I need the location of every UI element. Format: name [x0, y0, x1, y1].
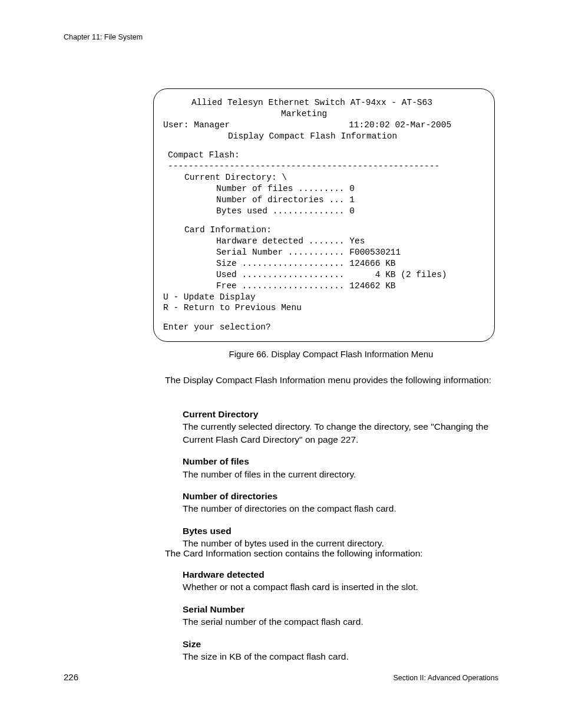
screen-title: Display Compact Flash Information [163, 131, 485, 142]
figure-caption: Figure 66. Display Compact Flash Informa… [0, 349, 562, 359]
curdir-heading: Current Directory: \ [163, 172, 485, 183]
chapter-header: Chapter 11: File System [64, 33, 143, 41]
def-desc: Whether or not a compact flash card is i… [183, 581, 495, 593]
def-desc: The currently selected directory. To cha… [183, 420, 495, 446]
def-desc: The serial number of the compact flash c… [183, 615, 495, 628]
card-line: Free .................... 124662 KB [163, 281, 485, 292]
definition-list-2: Hardware detected Whether or not a compa… [183, 568, 495, 672]
def-term: Number of directories [183, 490, 495, 502]
def-desc: The number of directories on the compact… [183, 502, 495, 515]
definition-list-1: Current Directory The currently selected… [183, 408, 495, 559]
def-desc: The number of files in the current direc… [183, 468, 495, 480]
terminal-title-line1: Allied Telesyn Ethernet Switch AT-94xx -… [163, 97, 485, 108]
def-term: Hardware detected [183, 568, 495, 581]
menu-option: R - Return to Previous Menu [163, 302, 485, 314]
menu-option: U - Update Display [163, 292, 485, 303]
card-intro-paragraph: The Card Information section contains th… [165, 548, 495, 559]
intro-paragraph: The Display Compact Flash Information me… [165, 374, 495, 387]
def-term: Number of files [183, 455, 495, 467]
curdir-line: Bytes used .............. 0 [163, 206, 485, 217]
card-line: Serial Number ........... F000530211 [163, 247, 485, 258]
section-label: Section II: Advanced Operations [393, 674, 498, 682]
card-line: Size .................... 124666 KB [163, 258, 485, 269]
timestamp: 11:20:02 02-Mar-2005 [349, 120, 451, 130]
card-line: Used .................... 4 KB (2 files) [163, 269, 485, 281]
prompt: Enter your selection? [163, 322, 485, 333]
curdir-line: Number of directories ... 1 [163, 195, 485, 206]
card-heading: Card Information: [163, 225, 485, 236]
def-desc: The size in KB of the compact flash card… [183, 650, 495, 663]
terminal-user-row: User: Manager11:20:02 02-Mar-2005 [163, 120, 485, 131]
divider: ----------------------------------------… [163, 161, 485, 172]
curdir-line: Number of files ......... 0 [163, 183, 485, 195]
section-heading: Compact Flash: [163, 150, 485, 161]
card-line: Hardware detected ....... Yes [163, 236, 485, 247]
def-term: Current Directory [183, 408, 495, 420]
def-term: Bytes used [183, 525, 495, 537]
def-term: Size [183, 638, 495, 650]
user-label: User: Manager [163, 120, 230, 130]
page-number: 226 [64, 672, 78, 682]
terminal-display: Allied Telesyn Ethernet Switch AT-94xx -… [153, 88, 495, 342]
def-term: Serial Number [183, 603, 495, 615]
terminal-title-line2: Marketing [163, 108, 485, 120]
